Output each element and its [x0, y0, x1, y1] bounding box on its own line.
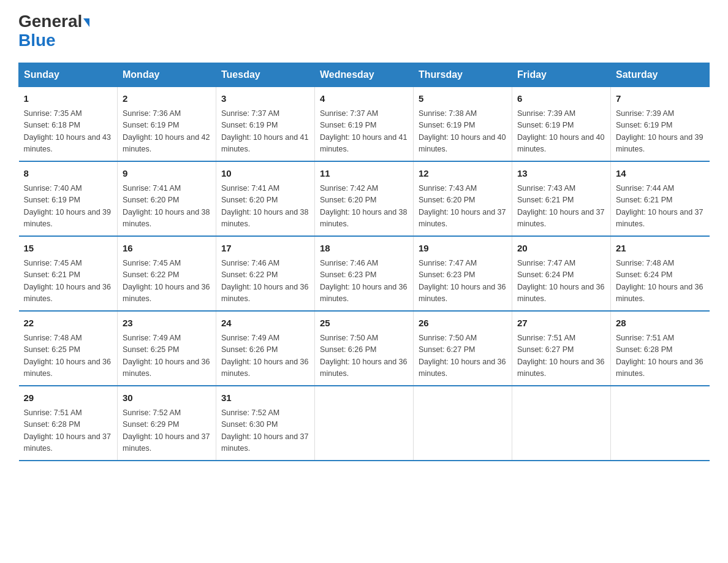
- day-info: Sunrise: 7:43 AMSunset: 6:20 PMDaylight:…: [419, 183, 507, 231]
- week-row-1: 1Sunrise: 7:35 AMSunset: 6:18 PMDaylight…: [19, 86, 710, 161]
- calendar-cell: 23Sunrise: 7:49 AMSunset: 6:25 PMDayligh…: [118, 311, 216, 386]
- day-number: 10: [221, 167, 309, 181]
- day-info: Sunrise: 7:47 AMSunset: 6:23 PMDaylight:…: [419, 258, 507, 305]
- day-number: 4: [320, 92, 408, 106]
- day-info: Sunrise: 7:52 AMSunset: 6:30 PMDaylight:…: [221, 407, 309, 455]
- day-info: Sunrise: 7:51 AMSunset: 6:28 PMDaylight:…: [24, 407, 113, 455]
- day-number: 21: [616, 242, 705, 256]
- day-number: 5: [419, 92, 507, 106]
- week-row-2: 8Sunrise: 7:40 AMSunset: 6:19 PMDaylight…: [19, 161, 710, 236]
- day-info: Sunrise: 7:42 AMSunset: 6:20 PMDaylight:…: [320, 183, 408, 231]
- calendar-cell: 25Sunrise: 7:50 AMSunset: 6:26 PMDayligh…: [315, 311, 414, 386]
- header-day-thursday: Thursday: [414, 63, 512, 86]
- calendar-cell: 26Sunrise: 7:50 AMSunset: 6:27 PMDayligh…: [414, 311, 512, 386]
- calendar-cell: 6Sunrise: 7:39 AMSunset: 6:19 PMDaylight…: [512, 86, 611, 161]
- day-info: Sunrise: 7:51 AMSunset: 6:27 PMDaylight:…: [517, 332, 605, 380]
- day-info: Sunrise: 7:37 AMSunset: 6:19 PMDaylight:…: [221, 108, 309, 156]
- day-number: 29: [24, 391, 113, 405]
- calendar-cell: 4Sunrise: 7:37 AMSunset: 6:19 PMDaylight…: [315, 86, 414, 161]
- logo-triangle-icon: [83, 18, 89, 27]
- day-number: 22: [24, 316, 113, 331]
- calendar-cell: [611, 386, 710, 461]
- logo-general: General: [18, 12, 82, 31]
- day-number: 7: [616, 92, 705, 106]
- day-number: 31: [221, 391, 309, 405]
- calendar-cell: 11Sunrise: 7:42 AMSunset: 6:20 PMDayligh…: [315, 161, 414, 236]
- day-info: Sunrise: 7:38 AMSunset: 6:19 PMDaylight:…: [419, 108, 507, 156]
- calendar-cell: 17Sunrise: 7:46 AMSunset: 6:22 PMDayligh…: [216, 236, 315, 311]
- day-info: Sunrise: 7:50 AMSunset: 6:27 PMDaylight:…: [419, 332, 507, 380]
- day-info: Sunrise: 7:45 AMSunset: 6:22 PMDaylight:…: [123, 258, 211, 305]
- day-number: 8: [24, 167, 113, 181]
- header-day-tuesday: Tuesday: [216, 63, 315, 86]
- day-info: Sunrise: 7:41 AMSunset: 6:20 PMDaylight:…: [221, 183, 309, 231]
- calendar-cell: 20Sunrise: 7:47 AMSunset: 6:24 PMDayligh…: [512, 236, 611, 311]
- day-info: Sunrise: 7:48 AMSunset: 6:24 PMDaylight:…: [616, 258, 705, 305]
- day-info: Sunrise: 7:47 AMSunset: 6:24 PMDaylight:…: [517, 258, 605, 305]
- calendar-cell: 3Sunrise: 7:37 AMSunset: 6:19 PMDaylight…: [216, 86, 315, 161]
- day-number: 2: [123, 92, 211, 106]
- day-number: 27: [517, 316, 605, 331]
- calendar-body: 1Sunrise: 7:35 AMSunset: 6:18 PMDaylight…: [19, 86, 710, 461]
- day-info: Sunrise: 7:39 AMSunset: 6:19 PMDaylight:…: [616, 108, 705, 156]
- day-number: 11: [320, 167, 408, 181]
- calendar-cell: 31Sunrise: 7:52 AMSunset: 6:30 PMDayligh…: [216, 386, 315, 461]
- day-info: Sunrise: 7:49 AMSunset: 6:26 PMDaylight:…: [221, 332, 309, 380]
- logo-text: General Blue: [18, 12, 89, 50]
- header-day-monday: Monday: [118, 63, 216, 86]
- day-number: 20: [517, 242, 605, 256]
- calendar-cell: 18Sunrise: 7:46 AMSunset: 6:23 PMDayligh…: [315, 236, 414, 311]
- day-info: Sunrise: 7:43 AMSunset: 6:21 PMDaylight:…: [517, 183, 605, 231]
- week-row-3: 15Sunrise: 7:45 AMSunset: 6:21 PMDayligh…: [19, 236, 710, 311]
- calendar-cell: 2Sunrise: 7:36 AMSunset: 6:19 PMDaylight…: [118, 86, 216, 161]
- logo-blue: Blue: [18, 31, 56, 50]
- calendar-cell: 10Sunrise: 7:41 AMSunset: 6:20 PMDayligh…: [216, 161, 315, 236]
- day-info: Sunrise: 7:41 AMSunset: 6:20 PMDaylight:…: [123, 183, 211, 231]
- calendar-cell: 27Sunrise: 7:51 AMSunset: 6:27 PMDayligh…: [512, 311, 611, 386]
- logo: General Blue: [18, 12, 89, 50]
- calendar-cell: 1Sunrise: 7:35 AMSunset: 6:18 PMDaylight…: [19, 86, 118, 161]
- day-info: Sunrise: 7:45 AMSunset: 6:21 PMDaylight:…: [24, 258, 113, 305]
- day-info: Sunrise: 7:51 AMSunset: 6:28 PMDaylight:…: [616, 332, 705, 380]
- day-number: 16: [123, 242, 211, 256]
- day-number: 25: [320, 316, 408, 331]
- day-number: 3: [221, 92, 309, 106]
- calendar-cell: 14Sunrise: 7:44 AMSunset: 6:21 PMDayligh…: [611, 161, 710, 236]
- day-number: 1: [24, 92, 113, 106]
- day-number: 18: [320, 242, 408, 256]
- week-row-4: 22Sunrise: 7:48 AMSunset: 6:25 PMDayligh…: [19, 311, 710, 386]
- calendar-table: SundayMondayTuesdayWednesdayThursdayFrid…: [18, 63, 710, 461]
- calendar-cell: 28Sunrise: 7:51 AMSunset: 6:28 PMDayligh…: [611, 311, 710, 386]
- header-row: SundayMondayTuesdayWednesdayThursdayFrid…: [19, 63, 710, 86]
- calendar-cell: 30Sunrise: 7:52 AMSunset: 6:29 PMDayligh…: [118, 386, 216, 461]
- calendar-cell: 19Sunrise: 7:47 AMSunset: 6:23 PMDayligh…: [414, 236, 512, 311]
- day-info: Sunrise: 7:40 AMSunset: 6:19 PMDaylight:…: [24, 183, 113, 231]
- day-info: Sunrise: 7:44 AMSunset: 6:21 PMDaylight:…: [616, 183, 705, 231]
- header-day-sunday: Sunday: [19, 63, 118, 86]
- day-info: Sunrise: 7:49 AMSunset: 6:25 PMDaylight:…: [123, 332, 211, 380]
- day-number: 24: [221, 316, 309, 331]
- day-info: Sunrise: 7:39 AMSunset: 6:19 PMDaylight:…: [517, 108, 605, 156]
- day-number: 9: [123, 167, 211, 181]
- day-number: 30: [123, 391, 211, 405]
- calendar-cell: 12Sunrise: 7:43 AMSunset: 6:20 PMDayligh…: [414, 161, 512, 236]
- calendar-cell: 24Sunrise: 7:49 AMSunset: 6:26 PMDayligh…: [216, 311, 315, 386]
- calendar-header: SundayMondayTuesdayWednesdayThursdayFrid…: [19, 63, 710, 86]
- day-info: Sunrise: 7:52 AMSunset: 6:29 PMDaylight:…: [123, 407, 211, 455]
- header-day-wednesday: Wednesday: [315, 63, 414, 86]
- day-number: 28: [616, 316, 705, 331]
- day-number: 19: [419, 242, 507, 256]
- header-day-friday: Friday: [512, 63, 611, 86]
- day-info: Sunrise: 7:35 AMSunset: 6:18 PMDaylight:…: [24, 108, 113, 156]
- calendar-cell: 5Sunrise: 7:38 AMSunset: 6:19 PMDaylight…: [414, 86, 512, 161]
- day-info: Sunrise: 7:46 AMSunset: 6:23 PMDaylight:…: [320, 258, 408, 305]
- day-number: 6: [517, 92, 605, 106]
- day-info: Sunrise: 7:48 AMSunset: 6:25 PMDaylight:…: [24, 332, 113, 380]
- page-header: General Blue: [18, 12, 710, 50]
- calendar-cell: 16Sunrise: 7:45 AMSunset: 6:22 PMDayligh…: [118, 236, 216, 311]
- day-info: Sunrise: 7:46 AMSunset: 6:22 PMDaylight:…: [221, 258, 309, 305]
- day-number: 26: [419, 316, 507, 331]
- calendar-cell: 22Sunrise: 7:48 AMSunset: 6:25 PMDayligh…: [19, 311, 118, 386]
- header-day-saturday: Saturday: [611, 63, 710, 86]
- calendar-cell: 13Sunrise: 7:43 AMSunset: 6:21 PMDayligh…: [512, 161, 611, 236]
